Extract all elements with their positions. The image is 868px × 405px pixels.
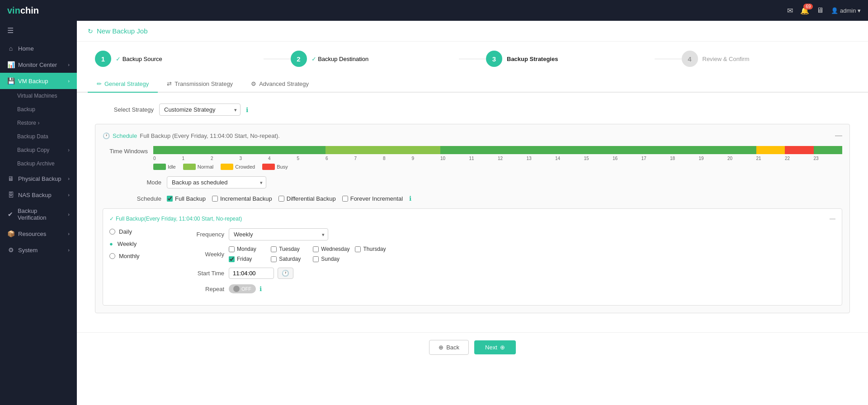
info-icon[interactable]: ℹ [246,106,248,113]
sidebar-item-backup-verification[interactable]: ✔ Backup Verification › [0,203,77,226]
physical-backup-icon: 🖥 [7,175,14,182]
advanced-icon: ⚙ [251,80,256,87]
schedule-box: 🕐 Schedule Full Backup (Every Friday, 11… [95,124,850,313]
start-time-input[interactable] [229,268,274,279]
schedule-type-row: Schedule Full Backup Incremental Backup … [103,195,842,202]
monthly-radio[interactable] [109,253,115,259]
notifications-icon[interactable]: 🔔 69 [800,6,809,15]
wednesday-checkbox-label[interactable]: Wednesday [313,246,349,252]
full-backup-checkbox[interactable] [167,196,173,202]
collapse-icon[interactable]: — [835,132,842,140]
chevron-down-icon: › [68,78,70,84]
sidebar-item-virtual-machines[interactable]: Virtual Machines [0,89,77,103]
chevron-right-icon: › [38,120,39,126]
time-windows-numbers: 01234567891011121314151617181920212223 [153,156,842,161]
repeat-toggle-wrap: OFF ℹ [229,284,262,293]
next-button[interactable]: Next ⊕ [474,340,516,354]
sidebar-item-physical-backup[interactable]: 🖥 Physical Backup › [0,170,77,187]
tab-general-strategy[interactable]: ✏ General Strategy [88,76,158,93]
sidebar-item-backup[interactable]: Backup [0,103,77,116]
tab-general-label: General Strategy [104,80,149,87]
full-backup-collapse-icon[interactable]: — [830,215,835,222]
monday-checkbox[interactable] [229,246,235,252]
sunday-checkbox[interactable] [313,256,319,262]
chevron-right-icon: › [68,62,70,67]
hamburger-menu[interactable]: ☰ [0,21,77,40]
daily-radio[interactable] [109,229,115,235]
differential-backup-checkbox[interactable] [278,196,284,202]
page-title: New Backup Job [97,27,148,35]
schedule-info-icon[interactable]: ℹ [409,195,411,202]
user-menu[interactable]: 👤 admin ▾ [831,7,861,14]
sidebar-item-nas-backup[interactable]: 🗄 NAS Backup › [0,187,77,203]
start-time-row: Start Time 🕐 [184,268,835,279]
tab-advanced-strategy[interactable]: ⚙ Advanced Strategy [242,76,318,93]
schedule-subtitle: Full Backup (Every Friday, 11:04:00 Star… [140,132,280,139]
repeat-info-icon[interactable]: ℹ [259,285,262,292]
refresh-icon[interactable]: ↻ [88,28,93,35]
friday-checkbox[interactable] [229,256,235,262]
strategy-select[interactable]: Customize Strategy Default Strategy [159,104,241,116]
chevron-right-icon: › [68,176,70,181]
step-1-check: ✓ [116,56,123,62]
repeat-toggle[interactable]: OFF [229,284,256,293]
days-grid: Monday Tuesday Wednesday [229,246,392,262]
time-windows-legend: Idle Normal Crowded [153,164,842,170]
legend-normal: Normal [183,164,213,170]
sidebar-item-backup-archive[interactable]: Backup Archive [0,157,77,170]
schedule-header: 🕐 Schedule Full Backup (Every Friday, 11… [103,132,842,140]
sunday-checkbox-label[interactable]: Sunday [313,256,349,262]
frequency-select[interactable]: Weekly Daily Monthly [229,228,328,240]
saturday-checkbox[interactable] [271,256,277,262]
tuesday-checkbox-label[interactable]: Tuesday [271,246,307,252]
daily-radio-label[interactable]: Daily [109,228,173,235]
monthly-radio-label[interactable]: Monthly [109,253,173,259]
clock-button[interactable]: 🕐 [278,268,293,279]
thursday-checkbox-label[interactable]: Thursday [355,246,392,252]
differential-backup-checkbox-label[interactable]: Differential Backup [278,195,336,202]
sidebar-item-backup-data[interactable]: Backup Data [0,130,77,143]
monday-checkbox-label[interactable]: Monday [229,246,265,252]
mode-select[interactable]: Backup as scheduled Manual backup [167,176,266,188]
sidebar-item-resources[interactable]: 📦 Resources › [0,226,77,242]
time-windows-bar [153,146,842,154]
monitor-icon[interactable]: 🖥 [816,6,824,14]
sidebar-item-home[interactable]: ⌂ Home [0,40,77,57]
full-backup-check-icon: ✓ [109,216,114,222]
sidebar-item-backup-copy[interactable]: Backup Copy › [0,143,77,157]
sidebar-item-system[interactable]: ⚙ System › [0,242,77,258]
saturday-checkbox-label[interactable]: Saturday [271,256,307,262]
messages-icon[interactable]: ✉ [787,6,793,15]
legend-busy: Busy [262,164,288,170]
back-button[interactable]: ⊕ Back [429,340,469,355]
select-strategy-label: Select Strategy [95,106,154,113]
sidebar-item-monitor-center[interactable]: 📊 Monitor Center › [0,57,77,73]
step-2-circle: 2 [291,51,307,67]
home-icon: ⌂ [7,45,14,52]
page-container: ↻ New Backup Job 1 ✓ Backup Source 2 ✓ [77,21,868,405]
legend-crowded: Crowded [221,164,255,170]
tab-transmission-strategy[interactable]: ⇄ Transmission Strategy [158,76,242,93]
full-backup-checkbox-label[interactable]: Full Backup [167,195,206,202]
sidebar-item-label: Backup Verification [18,207,64,221]
sidebar: ☰ ⌂ Home 📊 Monitor Center › 💾 VM Backup … [0,21,77,405]
step-4: 4 Review & Confirm [682,51,850,67]
forever-incremental-checkbox-label[interactable]: Forever Incremental [342,195,403,202]
full-backup-title: ✓ Full Backup(Every Friday, 11:04:00 Sta… [109,216,242,222]
incremental-backup-checkbox[interactable] [212,196,218,202]
sidebar-item-restore[interactable]: Restore › [0,116,77,130]
sidebar-item-label: Monitor Center [18,61,57,68]
strategy-tabs: ✏ General Strategy ⇄ Transmission Strate… [77,76,868,93]
weekly-row: Weekly Monday Tuesday [184,246,835,262]
weekly-radio-label[interactable]: ● Weekly [109,240,173,247]
incremental-backup-checkbox-label[interactable]: Incremental Backup [212,195,272,202]
wednesday-checkbox[interactable] [313,246,319,252]
forever-incremental-checkbox[interactable] [342,196,348,202]
sidebar-item-vm-backup[interactable]: 💾 VM Backup › [0,73,77,89]
step-2-label: ✓ Backup Destination [311,56,369,62]
logo-vin: vin [7,5,20,15]
thursday-checkbox[interactable] [355,246,361,252]
tuesday-checkbox[interactable] [271,246,277,252]
friday-checkbox-label[interactable]: Friday [229,256,265,262]
step-2-check: ✓ [311,56,318,62]
